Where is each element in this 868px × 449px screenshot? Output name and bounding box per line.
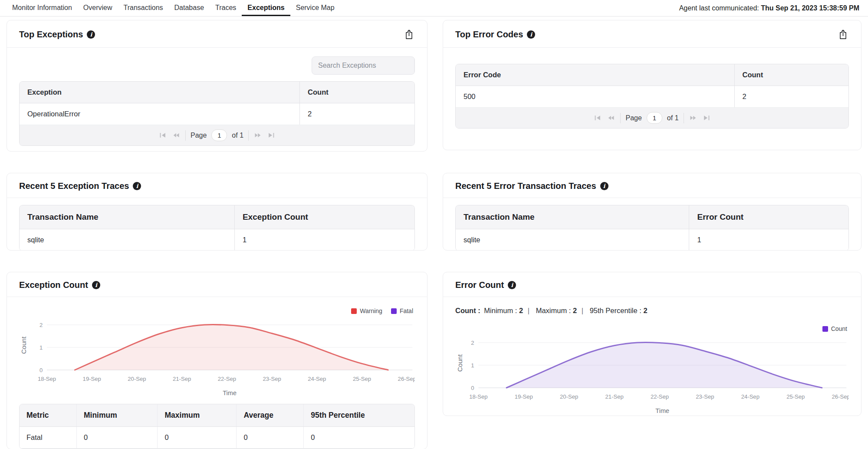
stats-divider: |: [582, 307, 583, 314]
panel-title: Recent 5 Error Transaction Traces: [455, 181, 596, 191]
page-label: Page: [191, 132, 207, 139]
nav-tab-service-map[interactable]: Service Map: [290, 0, 340, 16]
nav-tab-database[interactable]: Database: [169, 0, 210, 16]
panel-error-count: Error Count i Count : Minimum : 2 | Maxi…: [443, 272, 861, 416]
table-row: OperationalError 2: [20, 103, 414, 125]
table-header-row: Error Code Count: [456, 64, 848, 86]
page-number-input[interactable]: [647, 112, 662, 124]
svg-text:19-Sep: 19-Sep: [83, 376, 101, 382]
info-icon[interactable]: i: [87, 30, 95, 39]
search-exceptions-box: [312, 56, 415, 75]
first-page-icon[interactable]: [594, 114, 602, 122]
top-nav: Monitor Information Overview Transaction…: [0, 0, 868, 17]
panel-error-count-header: Error Count i: [443, 272, 861, 297]
svg-text:18-Sep: 18-Sep: [38, 376, 56, 382]
next-page-icon[interactable]: [689, 114, 697, 122]
previous-page-icon[interactable]: [607, 114, 615, 122]
last-page-icon[interactable]: [267, 132, 275, 139]
first-page-icon[interactable]: [159, 132, 167, 139]
panel-top-exceptions: Top Exceptions i: [7, 20, 427, 152]
chart-legend: Warning Fatal: [19, 307, 413, 314]
warning-color-swatch: [351, 308, 357, 314]
nav-tab-exceptions[interactable]: Exceptions: [242, 0, 290, 16]
nav-tab-traces[interactable]: Traces: [210, 0, 242, 16]
info-icon[interactable]: i: [133, 182, 141, 190]
column-header-error-code: Error Code: [456, 64, 735, 86]
panel-title: Error Count: [455, 280, 504, 290]
table-row: Fatal 0 0 0 0: [20, 427, 414, 449]
svg-text:25-Sep: 25-Sep: [786, 393, 805, 400]
column-header-transaction-name: Transaction Name: [456, 205, 689, 229]
svg-text:0: 0: [39, 367, 43, 373]
nav-tab-monitor-information[interactable]: Monitor Information: [7, 0, 78, 16]
column-header-minimum: Minimum: [77, 404, 158, 426]
maximum-cell: 0: [158, 427, 237, 448]
panel-recent-error-traces-header: Recent 5 Error Transaction Traces i: [443, 173, 861, 198]
stats-minimum-label: Minimum :: [484, 307, 517, 314]
nav-tab-overview[interactable]: Overview: [78, 0, 118, 16]
share-icon[interactable]: [403, 28, 415, 41]
svg-text:24-Sep: 24-Sep: [741, 393, 760, 400]
table-header-row: Transaction Name Error Count: [456, 205, 848, 229]
svg-text:18-Sep: 18-Sep: [469, 393, 487, 400]
svg-text:23-Sep: 23-Sep: [696, 393, 714, 400]
legend-item-count[interactable]: Count: [822, 325, 847, 332]
error-code-cell: 500: [456, 86, 735, 107]
legend-item-warning[interactable]: Warning: [351, 307, 382, 314]
dashboard-grid: Top Exceptions i: [0, 17, 868, 449]
legend-item-fatal[interactable]: Fatal: [391, 307, 413, 314]
previous-page-icon[interactable]: [172, 132, 181, 139]
average-cell: 0: [237, 427, 304, 448]
column-header-maximum: Maximum: [158, 404, 237, 426]
column-header-count: Count: [300, 82, 414, 103]
table-header-row: Exception Count: [20, 82, 414, 103]
panel-recent-error-traces: Recent 5 Error Transaction Traces i Tran…: [443, 173, 861, 251]
table-row: 500 2: [456, 86, 848, 108]
svg-text:22-Sep: 22-Sep: [218, 376, 236, 382]
page-number-input[interactable]: [211, 129, 227, 141]
svg-text:24-Sep: 24-Sep: [308, 376, 326, 382]
search-icon: [414, 62, 415, 70]
info-icon[interactable]: i: [527, 30, 535, 39]
panel-top-error-codes: Top Error Codes i Error Code Count 500 2: [443, 20, 861, 150]
error-count-chart: 01218-Sep19-Sep20-Sep21-Sep22-Sep23-Sep2…: [455, 334, 849, 416]
stats-prefix: Count :: [455, 307, 480, 314]
legend-label: Fatal: [400, 307, 413, 314]
svg-text:2: 2: [39, 322, 43, 328]
svg-text:21-Sep: 21-Sep: [605, 393, 624, 400]
agent-last-communicated: Agent last communicated: Thu Sep 21, 202…: [679, 4, 859, 12]
column-header-exception: Exception: [20, 82, 300, 103]
next-page-icon[interactable]: [253, 132, 262, 139]
table-row: sqlite 1: [456, 229, 848, 251]
transaction-name-cell: sqlite: [456, 229, 689, 251]
nav-tab-transactions[interactable]: Transactions: [118, 0, 169, 16]
svg-text:0: 0: [471, 385, 474, 391]
error-count-cell: 1: [689, 229, 848, 251]
table-row: sqlite 1: [20, 229, 414, 251]
stats-percentile-value: 2: [643, 307, 647, 314]
info-icon[interactable]: i: [92, 281, 100, 289]
last-page-icon[interactable]: [702, 114, 710, 122]
info-icon[interactable]: i: [600, 182, 608, 190]
exception-name-cell: OperationalError: [20, 103, 300, 125]
svg-text:Count: Count: [457, 354, 464, 372]
stats-minimum-value: 2: [519, 307, 523, 314]
stats-divider: |: [528, 307, 529, 314]
svg-text:1: 1: [471, 362, 474, 369]
stats-maximum-label: Maximum :: [536, 307, 571, 314]
svg-text:26-Sep: 26-Sep: [398, 376, 415, 382]
chart-legend: Count: [455, 325, 847, 332]
panel-title: Exception Count: [19, 280, 88, 290]
panel-title: Top Exceptions: [19, 30, 83, 40]
svg-text:23-Sep: 23-Sep: [263, 376, 281, 382]
share-icon[interactable]: [837, 28, 849, 41]
search-button[interactable]: [414, 57, 415, 74]
panel-recent-exception-traces-header: Recent 5 Exception Traces i: [7, 173, 427, 198]
column-header-95th-percentile: 95th Percentile: [304, 404, 414, 426]
pagination-divider: [684, 113, 684, 123]
pagination: Page of 1: [20, 125, 414, 145]
info-icon[interactable]: i: [508, 281, 516, 289]
svg-text:22-Sep: 22-Sep: [651, 393, 669, 400]
search-exceptions-input[interactable]: [312, 57, 414, 74]
column-header-exception-count: Exception Count: [235, 205, 414, 229]
